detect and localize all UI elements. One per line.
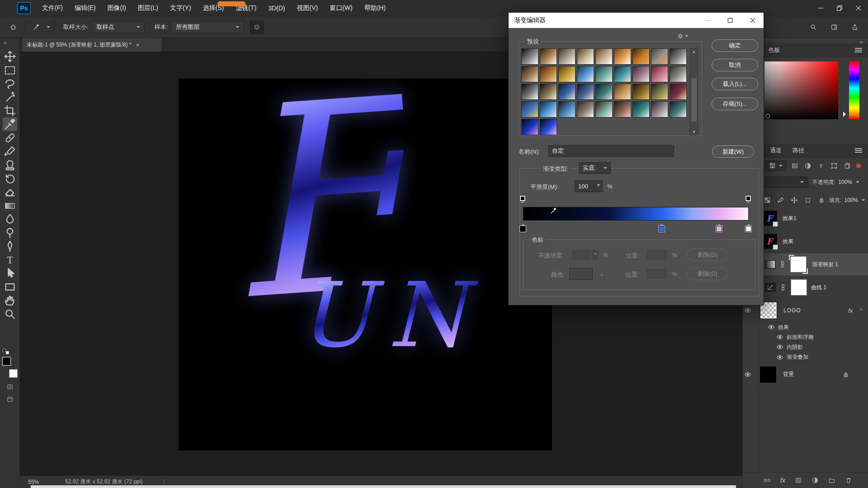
layer-mask-thumbnail[interactable] [790,256,807,272]
tab-swatches[interactable]: 色板 [763,46,785,54]
new-group-icon[interactable] [828,477,835,484]
menu-item-layer[interactable]: 图层(L) [132,0,164,16]
gradient-preset-swatch-14[interactable] [595,66,613,82]
gradient-preset-swatch-24[interactable] [614,84,631,100]
gradient-preset-swatch-18[interactable] [670,66,687,82]
blend-mode-dropdown[interactable] [765,176,808,188]
tool-spot-healing[interactable] [3,131,17,145]
gradient-preset-swatch-35[interactable] [651,101,668,117]
delete-opacity-stop-button[interactable]: 删除(D) [687,249,728,261]
background-color-swatch[interactable] [9,369,18,378]
visibility-toggle[interactable] [775,354,785,361]
eyedropper-tool-preset[interactable] [29,20,43,34]
visibility-toggle[interactable] [775,333,785,341]
filter-type-layers-icon[interactable]: T [817,162,825,169]
dialog-maximize-icon[interactable] [726,17,734,24]
gradient-preset-swatch-32[interactable] [595,101,613,117]
color-cursor[interactable] [765,114,770,118]
foreground-color-swatch[interactable] [2,357,11,366]
effect-row-inner-shadow[interactable]: 内阴影 [743,342,868,352]
gradient-preset-swatch-30[interactable] [558,101,576,117]
tool-eraser[interactable] [3,185,17,199]
canvas[interactable]: F UN [179,79,552,450]
gradient-preset-swatch-5[interactable] [595,48,613,65]
gradient-preset-swatch-36[interactable] [670,101,687,117]
layer-name[interactable]: 曲线 1 [811,284,826,291]
visibility-toggle[interactable] [743,371,753,378]
gradient-preset-swatch-16[interactable] [632,66,650,82]
save-button[interactable]: 存储(S)... [712,98,758,110]
tool-marquee[interactable] [3,63,17,77]
menu-item-view[interactable]: 视图(V) [291,0,324,16]
layer-name[interactable]: LOGO [783,307,801,314]
scrollbar-thumb[interactable] [691,78,697,122]
tab-channels[interactable]: 通道 [764,146,787,155]
gradient-preset-swatch-31[interactable] [577,101,594,117]
gradient-preset-swatch-38[interactable] [540,119,557,135]
gradient-preset-swatch-9[interactable] [670,48,687,65]
search-button[interactable] [807,20,820,34]
stop-color-swatch[interactable] [569,268,593,280]
tool-type[interactable]: T [3,253,17,267]
layer-name[interactable]: 效果 [783,238,793,245]
sample-size-dropdown[interactable]: 取样点 [92,21,145,33]
gradient-preset-swatch-21[interactable] [558,84,576,100]
gradient-preset-swatch-15[interactable] [614,66,631,82]
panel-menu-icon[interactable] [855,48,862,52]
effect-row-gradient-overlay[interactable]: 渐变叠加 [743,352,868,363]
color-stop-61.5[interactable] [659,221,665,232]
gradient-preset-swatch-33[interactable] [614,101,631,117]
stop-opacity-input[interactable] [571,249,591,261]
tool-blur[interactable] [3,212,17,226]
gradient-preset-swatch-12[interactable] [558,66,576,82]
window-restore-button[interactable] [830,0,849,16]
filter-shape-layers-icon[interactable] [830,162,838,169]
gradient-preset-swatch-2[interactable] [540,48,557,65]
effects-header-row[interactable]: 效果 [743,322,868,332]
color-stop-100[interactable] [745,221,752,232]
home-button[interactable] [6,20,20,34]
filter-adjustment-layers-icon[interactable] [804,162,811,169]
new-adjustment-layer-icon[interactable] [811,477,819,484]
lock-artboard-icon[interactable] [804,197,811,204]
tool-shape[interactable] [3,280,17,294]
gradient-preset-swatch-13[interactable] [577,66,594,82]
sampling-ring-toggle[interactable]: ☺ [250,20,264,34]
gradient-preset-swatch-28[interactable] [521,101,538,117]
gradient-preset-swatch-23[interactable] [595,84,613,100]
window-close-button[interactable] [849,0,868,16]
window-minimize-button[interactable] [811,0,830,16]
menu-item-window[interactable]: 窗口(W) [324,0,359,16]
tool-clone-stamp[interactable] [3,158,17,172]
preset-scrollbar[interactable]: ▲ ▼ [690,48,698,136]
ok-button[interactable]: 确定 [712,39,758,52]
gradient-name-input[interactable] [548,145,674,157]
gradient-preset-swatch-19[interactable] [521,84,538,100]
gradient-preset-swatch-34[interactable] [632,101,650,117]
tab-close-button[interactable]: × [136,42,140,48]
add-layer-style-icon[interactable]: fx [780,477,785,484]
cancel-button[interactable]: 取消 [712,59,758,71]
menu-item-help[interactable]: 帮助(H) [359,0,392,16]
filter-switch-icon[interactable] [856,163,861,169]
gradient-preset-swatch-7[interactable] [632,48,650,65]
lock-transparent-icon[interactable] [764,197,771,204]
link-layers-icon[interactable] [764,477,771,484]
layer-name[interactable]: 效果1 [783,215,797,222]
gradient-preset-swatch-26[interactable] [651,84,668,100]
gradient-preset-swatch-8[interactable] [651,48,668,65]
default-colors-icon[interactable] [3,349,9,354]
quick-mask-icon[interactable] [6,383,14,390]
toolbar-collapse-button[interactable]: » [4,40,7,46]
tool-magic-wand[interactable] [3,90,17,104]
gradient-preset-swatch-37[interactable] [521,119,538,135]
foreground-background-colors[interactable] [2,357,18,378]
mask-link-icon[interactable] [779,261,786,268]
sample-layers-dropdown[interactable]: 所有图层 [171,21,244,33]
menu-item-edit[interactable]: 编辑(E) [69,0,102,16]
fill-value[interactable]: 100% [844,197,858,203]
layer-mask-thumbnail[interactable] [791,279,807,296]
menu-item-image[interactable]: 图像(I) [102,0,132,16]
tool-pen[interactable] [3,239,17,253]
tool-gradient[interactable] [3,199,17,212]
